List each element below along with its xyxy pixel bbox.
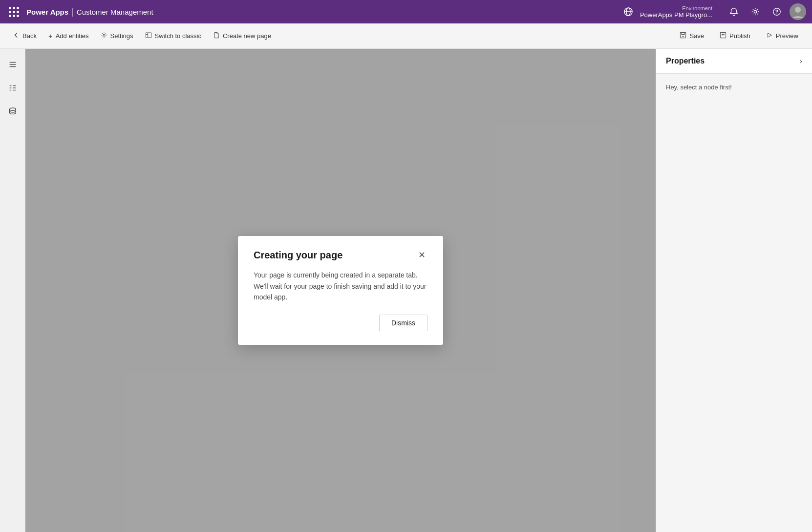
app-title: Power Apps [26,8,68,16]
save-icon [680,32,686,40]
settings-gear-icon [101,32,107,40]
creating-page-dialog: Creating your page ✕ Your page is curren… [238,236,443,344]
create-new-page-button[interactable]: Create new page [208,29,276,43]
main-layout: Creating your page ✕ Your page is curren… [0,49,812,532]
chevron-right-icon[interactable]: › [800,57,802,65]
properties-header: Properties › [656,49,812,74]
toolbar: Back + Add entities Settings Switch to c… [0,23,812,49]
page-icon [213,32,220,40]
sidebar-database-icon[interactable] [3,102,22,121]
properties-panel: Properties › Hey, select a node first! [656,49,812,532]
environment-info: Environment PowerApps PM Playgro... [640,5,712,19]
dialog-title: Creating your page [254,250,342,261]
save-button[interactable]: Save [674,29,710,43]
svg-rect-11 [721,32,726,38]
sidebar [0,49,25,532]
back-icon [13,32,20,40]
svg-rect-9 [146,33,151,38]
settings-icon[interactable] [747,3,764,21]
notification-icon[interactable] [725,3,743,21]
properties-title: Properties [666,57,705,65]
sidebar-list-icon[interactable] [3,78,22,98]
switch-to-classic-label: Switch to classic [155,32,201,40]
svg-point-7 [795,7,801,13]
svg-point-21 [9,108,16,110]
svg-rect-10 [681,32,686,38]
properties-hint-text: Hey, select a node first! [666,84,732,91]
avatar[interactable] [790,3,806,20]
top-nav-bar: Power Apps | Customer Management Environ… [0,0,812,23]
plus-icon: + [48,32,53,40]
dialog-header: Creating your page ✕ [254,250,427,261]
preview-label: Preview [776,32,798,40]
back-label: Back [22,32,37,40]
preview-icon [766,32,773,40]
svg-point-5 [776,13,777,14]
help-icon[interactable] [768,3,786,21]
properties-body: Hey, select a node first! [656,74,812,101]
canvas-area: Creating your page ✕ Your page is curren… [25,49,656,532]
add-entities-label: Add entities [56,32,89,40]
dialog-body: Your page is currently being created in … [254,270,427,302]
add-entities-button[interactable]: + Add entities [43,29,94,43]
back-button[interactable]: Back [8,29,42,43]
nav-separator: | [71,7,74,17]
settings-button[interactable]: Settings [96,29,138,43]
environment-name: PowerApps PM Playgro... [640,11,712,19]
switch-to-classic-button[interactable]: Switch to classic [140,29,206,43]
create-new-page-label: Create new page [223,32,271,40]
sidebar-hamburger-icon[interactable] [3,55,22,74]
waffle-icon[interactable] [6,4,21,20]
publish-button[interactable]: Publish [712,29,758,43]
modal-overlay: Creating your page ✕ Your page is curren… [25,49,656,532]
switch-icon [145,32,152,40]
environment-label: Environment [682,5,712,11]
environment-icon [620,3,637,21]
publish-label: Publish [729,32,750,40]
svg-point-3 [754,10,756,13]
dismiss-button[interactable]: Dismiss [379,315,427,331]
save-label: Save [689,32,704,40]
app-name: Customer Management [77,8,153,16]
preview-button[interactable]: Preview [760,29,804,43]
dialog-close-button[interactable]: ✕ [416,250,427,260]
settings-label: Settings [110,32,133,40]
publish-icon [720,32,727,40]
svg-point-8 [103,34,105,36]
dialog-footer: Dismiss [254,315,427,331]
